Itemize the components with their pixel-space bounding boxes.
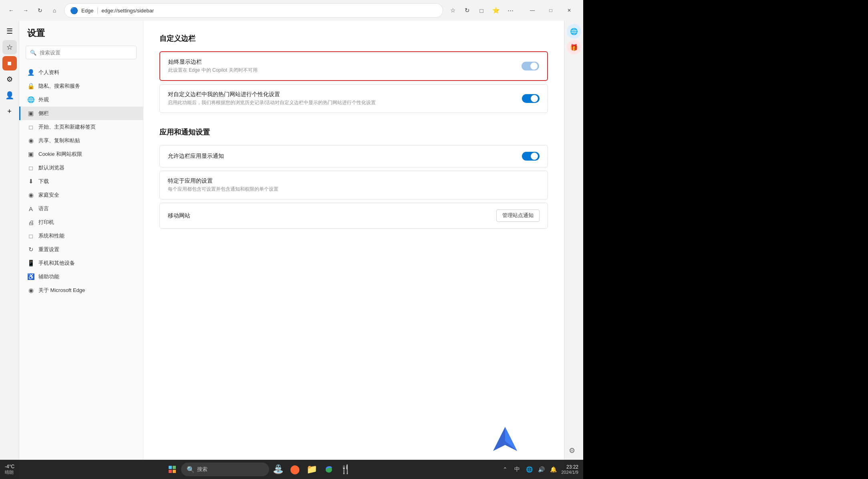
tray-chevron[interactable]: ⌃ <box>499 464 511 475</box>
family-icon: ◉ <box>27 191 34 199</box>
taskbar: -4°C 晴朗 🔍 搜索 ⛲ ⬤ <box>0 460 583 479</box>
address-bar[interactable]: 🔵 Edge | edge://settings/sidebar <box>64 3 443 18</box>
right-globe-icon[interactable]: 🌐 <box>567 24 581 38</box>
appearance-icon: 🌐 <box>27 96 34 103</box>
tray-icons: ⌃ 中 🌐 🔊 🔔 <box>499 464 559 475</box>
forward-button[interactable]: → <box>19 4 32 17</box>
favorites-button[interactable]: ☆ <box>446 4 459 17</box>
card5-text: 移动网站 <box>168 212 496 219</box>
colorful-icon: ⬤ <box>290 464 300 475</box>
search-taskbar-text: 搜索 <box>197 466 207 473</box>
reset-icon: ↻ <box>27 246 34 253</box>
card4-desc: 每个应用都包含可设置并包含通知和权限的单个设置 <box>168 186 540 193</box>
card-notifications: 允许边栏应用显示通知 <box>159 145 548 167</box>
svg-rect-2 <box>169 466 172 469</box>
date-text: 2024/1/9 <box>561 470 578 475</box>
sidebar-item-downloads[interactable]: ⬇ 下载 <box>19 175 143 188</box>
sidebar-item-profile[interactable]: 👤 个人资料 <box>19 66 143 79</box>
card4-label: 特定于应用的设置 <box>168 177 540 185</box>
sidebar-gear-icon[interactable]: ⚙ <box>2 72 17 87</box>
tray-sound[interactable]: 🔊 <box>536 464 547 475</box>
taskbar-app-edge[interactable] <box>321 462 336 477</box>
home-button[interactable]: ⌂ <box>48 4 61 17</box>
sidebar-item-family[interactable]: ◉ 家庭安全 <box>19 188 143 202</box>
sidebar-item-defaultbrowser[interactable]: □ 默认浏览器 <box>19 161 143 175</box>
minimize-button[interactable]: — <box>523 4 542 17</box>
taskbar-left: -4°C 晴朗 <box>5 464 18 475</box>
extensions-button[interactable]: ⭐ <box>489 4 502 17</box>
sidebar-item-cookies[interactable]: ▣ Cookie 和网站权限 <box>19 147 143 161</box>
taskbar-app-colorful[interactable]: ⬤ <box>288 462 303 477</box>
browser-left-sidebar: ☰ ☆ ■ ⚙ 👤 + <box>0 21 19 479</box>
taskbar-app-folder[interactable]: 📁 <box>304 462 320 477</box>
sidebar-item-system[interactable]: □ 系统和性能 <box>19 229 143 243</box>
start-button[interactable] <box>165 462 179 477</box>
tray-lang[interactable]: 中 <box>512 464 523 475</box>
taskbar-center: 🔍 搜索 ⛲ ⬤ 📁 🍴 <box>20 462 498 477</box>
card2-label: 对自定义边栏中我的热门网站进行个性化设置 <box>168 91 522 98</box>
sidebar-item-reset[interactable]: ↻ 重置设置 <box>19 243 143 256</box>
tray-notification[interactable]: 🔔 <box>548 464 559 475</box>
sidebar-item-mobile[interactable]: 📱 手机和其他设备 <box>19 256 143 270</box>
card2-desc: 启用此功能后，我们将根据您的浏览历史记录/活动对自定义边栏中显示的热门网站进行个… <box>168 99 522 106</box>
weather-temp: -4°C <box>5 464 14 469</box>
ship-icon: ⛲ <box>273 464 284 475</box>
settings-main: 设置 🔍 👤 个人资料 🔒 隐私、搜索和服务 🌐 外观 <box>19 21 564 479</box>
profile-button[interactable]: ↻ <box>461 4 473 17</box>
card-app-settings[interactable]: 特定于应用的设置 每个应用都包含可设置并包含通知和权限的单个设置 <box>159 171 548 199</box>
privacy-icon: 🔒 <box>27 83 34 90</box>
svg-rect-4 <box>169 470 172 473</box>
card-always-show-sidebar: 始终显示边栏 此设置在 Edge 中的 Copilot 关闭时不可用 <box>159 51 548 81</box>
more-button[interactable]: ⋯ <box>504 4 517 17</box>
section2-title: 应用和通知设置 <box>159 127 548 137</box>
toolbar-right: ☆ ↻ □ ⭐ ⋯ <box>446 4 517 17</box>
bottom-gear-icon[interactable]: ⚙ <box>569 446 575 455</box>
back-button[interactable]: ← <box>5 4 18 17</box>
store-icon: 🍴 <box>340 464 351 475</box>
sidebar-item-about[interactable]: ◉ 关于 Microsoft Edge <box>19 284 143 297</box>
split-view-button[interactable]: □ <box>475 4 488 17</box>
card2-row: 对自定义边栏中我的热门网站进行个性化设置 启用此功能后，我们将根据您的浏览历史记… <box>160 85 548 113</box>
card2-toggle[interactable] <box>522 94 540 103</box>
sidebar-item-sidebar[interactable]: ▣ 侧栏 <box>19 107 143 120</box>
sidebar-add-icon[interactable]: + <box>2 104 17 119</box>
sidebar-item-accessibility[interactable]: ♿ 辅助功能 <box>19 270 143 284</box>
right-bag-icon[interactable]: 🎁 <box>567 40 581 54</box>
sidebar-item-language[interactable]: A 语言 <box>19 202 143 215</box>
card5-label: 移动网站 <box>168 212 496 219</box>
sidebar-person-icon[interactable]: 👤 <box>2 88 17 103</box>
search-box[interactable]: 🔍 <box>26 46 137 59</box>
share-icon: ◉ <box>27 137 34 144</box>
card2-text: 对自定义边栏中我的热门网站进行个性化设置 启用此功能后，我们将根据您的浏览历史记… <box>168 91 522 106</box>
system-icon: □ <box>27 233 34 240</box>
manage-notifications-button[interactable]: 管理站点通知 <box>496 209 540 222</box>
sidebar-favorites-icon[interactable]: ☆ <box>2 40 17 54</box>
taskbar-search[interactable]: 🔍 搜索 <box>181 463 269 476</box>
card1-toggle[interactable] <box>522 62 539 70</box>
sidebar-item-share[interactable]: ◉ 共享、复制和粘贴 <box>19 134 143 147</box>
svg-rect-5 <box>173 470 176 473</box>
sidebar-tabs-icon[interactable]: ☰ <box>2 24 17 38</box>
address-icon: 🔵 <box>70 7 78 14</box>
sidebar-item-print[interactable]: 🖨 打印机 <box>19 215 143 229</box>
tray-network[interactable]: 🌐 <box>524 464 535 475</box>
sidebar-history-icon[interactable]: ■ <box>2 56 17 70</box>
language-icon: A <box>27 205 34 212</box>
window-controls: — □ ✕ <box>523 4 578 17</box>
sidebar-item-privacy[interactable]: 🔒 隐私、搜索和服务 <box>19 79 143 93</box>
sidebar-item-newtab[interactable]: □ 开始、主页和新建标签页 <box>19 120 143 134</box>
browser-name: Edge <box>81 8 93 14</box>
taskbar-app-store[interactable]: 🍴 <box>338 462 353 477</box>
sidebar-item-appearance[interactable]: 🌐 外观 <box>19 93 143 107</box>
close-button[interactable]: ✕ <box>560 4 578 17</box>
card-personalize: 对自定义边栏中我的热门网站进行个性化设置 启用此功能后，我们将根据您的浏览历史记… <box>159 84 548 113</box>
card3-toggle[interactable] <box>522 152 540 161</box>
taskbar-app-ship[interactable]: ⛲ <box>271 462 286 477</box>
maximize-button[interactable]: □ <box>542 4 560 17</box>
card3-label: 允许边栏应用显示通知 <box>168 153 522 160</box>
refresh-button[interactable]: ↻ <box>34 4 46 17</box>
search-input[interactable] <box>40 50 132 56</box>
folder-icon: 📁 <box>306 464 317 475</box>
accessibility-icon: ♿ <box>27 273 34 280</box>
address-text: edge://settings/sidebar <box>102 8 154 14</box>
